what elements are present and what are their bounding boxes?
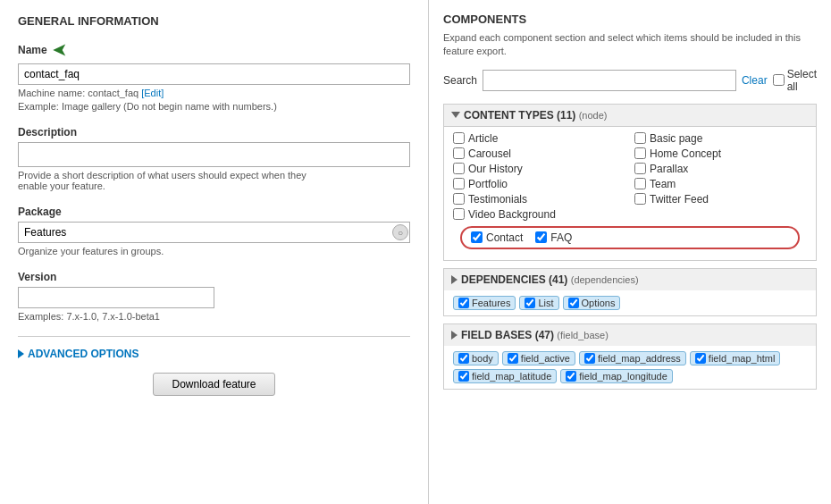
content-type-checkbox[interactable] [634, 132, 646, 144]
field-base-label: field_map_latitude [472, 371, 551, 382]
left-panel: GENERAL INFORMATION Name ➤ Machine name:… [0, 0, 429, 504]
clear-button[interactable]: Clear [742, 74, 768, 87]
dependencies-body: FeaturesListOptions [444, 290, 816, 315]
content-type-checkbox[interactable] [453, 163, 465, 174]
field-bases-section: FIELD BASES (47) (field_base) bodyfield_… [443, 323, 817, 390]
description-label: Description [18, 126, 410, 139]
content-type-label: Parallax [650, 163, 688, 175]
field-base-chip: field_active [502, 351, 575, 365]
list-item: Twitter Feed [634, 193, 807, 206]
version-field-group: Version Examples: 7.x-1.0, 7.x-1.0-beta1 [18, 271, 410, 322]
field-bases-title: FIELD BASES (47) (field_base) [461, 329, 609, 341]
version-label: Version [18, 271, 410, 283]
content-types-toggle-icon [451, 112, 460, 118]
package-input[interactable] [18, 222, 410, 243]
select-all-row: Select all [773, 68, 817, 93]
content-type-label: Testimonials [468, 193, 527, 206]
content-type-label: Team [650, 178, 676, 190]
content-type-label: Carousel [468, 147, 511, 160]
field-bases-toggle-icon [451, 331, 457, 340]
content-type-label: Video Background [468, 208, 556, 221]
highlighted-checkbox[interactable] [535, 231, 547, 243]
field-base-checkbox[interactable] [458, 371, 469, 382]
download-btn-wrap: Download feature [18, 373, 410, 405]
highlighted-checkbox[interactable] [471, 231, 483, 243]
field-base-checkbox[interactable] [458, 353, 469, 364]
field-bases-body: bodyfield_activefield_map_addressfield_m… [444, 346, 816, 389]
package-hint: Organize your features in groups. [18, 246, 410, 256]
field-base-label: field_map_html [709, 353, 776, 364]
package-wrapper: ○ [18, 222, 410, 243]
select-all-label: Select all [787, 68, 817, 93]
arrow-icon: ➤ [53, 40, 66, 60]
select-all-checkbox[interactable] [773, 74, 785, 86]
field-base-chip: field_map_latitude [453, 369, 557, 383]
content-type-checkbox[interactable] [634, 193, 646, 205]
advanced-options-toggle[interactable]: ADVANCED OPTIONS [18, 348, 410, 360]
content-type-checkbox[interactable] [453, 178, 465, 189]
list-item: Portfolio [453, 178, 625, 190]
content-type-label: Portfolio [468, 178, 508, 190]
dependency-checkbox[interactable] [458, 298, 469, 308]
advanced-options-section: ADVANCED OPTIONS [18, 336, 410, 360]
content-type-checkbox[interactable] [453, 132, 465, 144]
content-type-label: Twitter Feed [650, 193, 709, 206]
dependencies-section: DEPENDENCIES (41) (dependencies) Feature… [443, 268, 817, 316]
list-item: Article [453, 132, 625, 145]
description-field-group: Description Provide a short description … [18, 126, 410, 191]
content-type-checkbox[interactable] [453, 208, 465, 220]
version-input[interactable] [18, 287, 214, 308]
field-base-checkbox[interactable] [695, 353, 706, 364]
search-label: Search [443, 74, 477, 87]
content-type-checkbox[interactable] [634, 178, 646, 189]
highlighted-item: Contact [471, 231, 523, 244]
content-types-header[interactable]: CONTENT TYPES (11) (node) [444, 105, 816, 127]
field-base-chip: field_map_longitude [560, 369, 672, 383]
field-base-label: field_map_address [598, 353, 681, 364]
dependency-checkbox[interactable] [568, 298, 579, 308]
dependency-label: Features [472, 298, 510, 308]
search-input[interactable] [483, 70, 736, 91]
content-type-checkbox[interactable] [634, 163, 646, 174]
machine-name-edit-link[interactable]: [Edit] [141, 88, 164, 98]
content-types-section: CONTENT TYPES (11) (node) ArticleBasic p… [443, 104, 817, 261]
components-title: COMPONENTS [443, 13, 817, 26]
highlighted-label: FAQ [550, 231, 572, 244]
field-bases-header[interactable]: FIELD BASES (47) (field_base) [444, 324, 816, 346]
content-type-checkbox[interactable] [453, 147, 465, 159]
list-item: Video Background [453, 208, 625, 221]
package-label: Package [18, 206, 410, 218]
list-item: Home Concept [634, 147, 807, 160]
name-input[interactable] [18, 63, 410, 85]
field-base-checkbox[interactable] [566, 371, 576, 382]
list-item: Basic page [634, 132, 807, 145]
dependency-chip: Options [563, 296, 621, 310]
dependencies-header[interactable]: DEPENDENCIES (41) (dependencies) [444, 269, 816, 290]
description-input[interactable] [18, 142, 410, 167]
content-type-label: Article [468, 132, 498, 145]
dependencies-toggle-icon [451, 275, 457, 284]
content-types-title: CONTENT TYPES (11) (node) [464, 109, 608, 122]
highlighted-label: Contact [486, 231, 523, 244]
list-item: Testimonials [453, 193, 625, 206]
download-button[interactable]: Download feature [153, 373, 274, 396]
content-type-checkbox[interactable] [634, 147, 646, 159]
dependency-checkbox[interactable] [525, 298, 535, 308]
package-btn[interactable]: ○ [392, 224, 408, 240]
name-label: Name ➤ [18, 40, 410, 60]
dependency-label: Options [582, 298, 616, 308]
package-field-group: Package ○ Organize your features in grou… [18, 206, 410, 256]
content-type-label: Home Concept [650, 147, 721, 160]
triangle-icon [18, 349, 24, 358]
field-base-checkbox[interactable] [508, 353, 518, 364]
dependency-label: List [538, 298, 553, 308]
field-base-checkbox[interactable] [584, 353, 595, 364]
general-info-title: GENERAL INFORMATION [18, 14, 410, 28]
content-type-checkbox[interactable] [453, 193, 465, 205]
version-hint: Examples: 7.x-1.0, 7.x-1.0-beta1 [18, 311, 410, 322]
content-type-label: Basic page [650, 132, 702, 145]
field-base-chip: field_map_html [690, 351, 781, 365]
list-item: Our History [453, 163, 625, 175]
field-base-label: field_active [521, 353, 570, 364]
dependencies-title: DEPENDENCIES (41) (dependencies) [461, 273, 639, 286]
